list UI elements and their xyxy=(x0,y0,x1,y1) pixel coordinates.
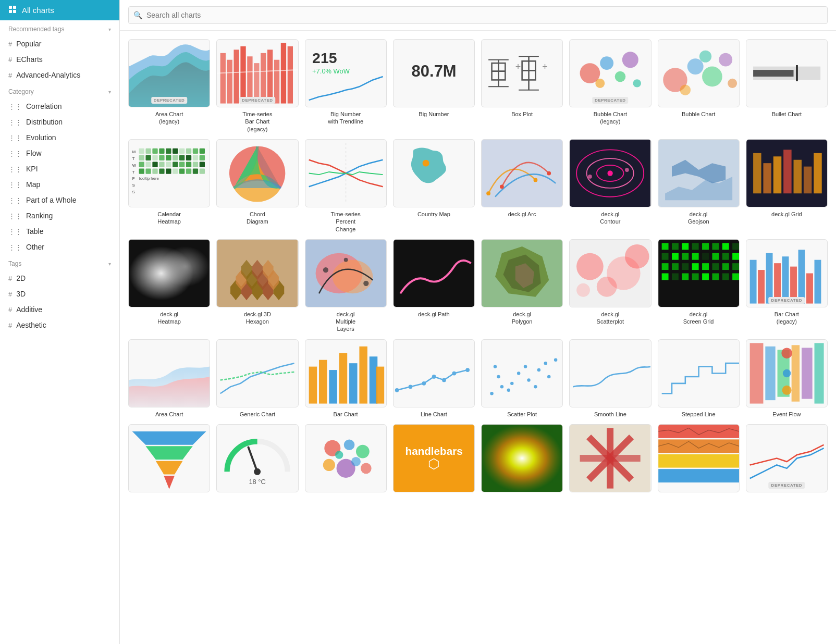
sidebar-item-evolution[interactable]: ⋮⋮ Evolution xyxy=(0,130,119,145)
svg-point-139 xyxy=(343,258,348,262)
sidebar-item-other[interactable]: ⋮⋮ Other xyxy=(0,239,119,255)
chevron-down-icon: ▾ xyxy=(108,27,111,32)
chart-card-generic[interactable]: Generic Chart xyxy=(216,339,298,418)
tags-header[interactable]: Tags ▾ xyxy=(0,255,119,270)
chart-card-horizon[interactable] xyxy=(658,424,740,496)
svg-rect-8 xyxy=(248,56,253,103)
chart-card-big-number[interactable]: 80.7M Big Number xyxy=(393,39,475,133)
chart-card-deckgl-grid[interactable]: deck.gl Grid xyxy=(746,139,828,233)
category-header[interactable]: Category ▾ xyxy=(0,83,119,98)
svg-rect-114 xyxy=(773,156,781,193)
svg-point-207 xyxy=(452,371,456,375)
svg-rect-184 xyxy=(732,273,739,280)
sidebar-item-ranking[interactable]: ⋮⋮ Ranking xyxy=(0,208,119,224)
sidebar-item-echarts[interactable]: # ECharts xyxy=(0,52,119,67)
all-charts-nav[interactable]: All charts xyxy=(0,0,119,20)
sidebar-item-table[interactable]: ⋮⋮ Table xyxy=(0,224,119,239)
svg-text:W: W xyxy=(132,163,137,168)
svg-rect-92 xyxy=(193,168,198,174)
chart-card-smooth-line[interactable]: Smooth Line xyxy=(569,339,651,418)
sidebar-item-2d[interactable]: # 2D xyxy=(0,270,119,286)
svg-text:T: T xyxy=(132,169,135,174)
chart-card-line[interactable]: Line Chart xyxy=(393,339,475,418)
chart-card-timeseries-percent[interactable]: Time-seriesPercentChange xyxy=(305,139,387,233)
sidebar-item-map[interactable]: ⋮⋮ Map xyxy=(0,177,119,192)
chart-card-chord[interactable]: ChordDiagram xyxy=(216,139,298,233)
svg-rect-195 xyxy=(319,360,327,403)
chart-card-heatmap[interactable] xyxy=(481,424,563,496)
search-input[interactable] xyxy=(128,6,828,24)
sidebar-item-flow[interactable]: ⋮⋮ Flow xyxy=(0,145,119,161)
svg-rect-113 xyxy=(763,163,771,193)
chart-card-deckgl-path[interactable]: deck.gl Path xyxy=(393,239,475,333)
svg-rect-81 xyxy=(186,162,191,167)
chart-card-deckgl-geojson[interactable]: deck.glGeojson xyxy=(658,139,740,233)
chart-label: Time-seriesBar Chart(legacy) xyxy=(242,110,272,133)
chart-card-last[interactable]: DEPRECATED xyxy=(746,424,828,496)
sidebar-item-additive[interactable]: # Additive xyxy=(0,302,119,317)
sidebar-item-aesthetic[interactable]: # Aesthetic xyxy=(0,317,119,333)
chart-card-scatter[interactable]: Scatter Plot xyxy=(481,339,563,418)
chart-card-deckgl-contour[interactable]: deck.glContour xyxy=(569,139,651,233)
chart-label: deck.glPolygon xyxy=(512,311,533,326)
chart-card-gauge[interactable]: 18 °C xyxy=(216,424,298,496)
svg-point-246 xyxy=(351,457,360,466)
svg-rect-89 xyxy=(173,168,178,174)
svg-point-39 xyxy=(702,67,722,87)
sidebar-item-popular[interactable]: # Popular xyxy=(0,36,119,52)
chart-card-word-cloud[interactable] xyxy=(305,424,387,496)
chart-card-handlebars[interactable]: handlebars ⬡ xyxy=(393,424,475,496)
svg-marker-234 xyxy=(156,461,183,475)
chart-card-bar[interactable]: Bar Chart xyxy=(305,339,387,418)
sidebar-item-correlation[interactable]: ⋮⋮ Correlation xyxy=(0,98,119,114)
chart-card-box-plot[interactable]: + + Box Plot xyxy=(481,39,563,133)
chart-card-bubble[interactable]: Bubble Chart xyxy=(658,39,740,133)
svg-point-107 xyxy=(608,170,613,176)
svg-rect-118 xyxy=(814,153,821,193)
chart-card-bubble-legacy[interactable]: DEPRECATED Bubble Chart(legacy) xyxy=(569,39,651,133)
chart-card-deckgl-scatterplot[interactable]: deck.glScatterplot xyxy=(569,239,651,333)
chart-card-deckgl-multiple[interactable]: deck.glMultipleLayers xyxy=(305,239,387,333)
chart-card-deckgl-polygon[interactable]: deck.glPolygon xyxy=(481,239,563,333)
sidebar-item-kpi[interactable]: ⋮⋮ KPI xyxy=(0,161,119,177)
sidebar-item-3d[interactable]: # 3D xyxy=(0,286,119,302)
svg-rect-112 xyxy=(753,153,761,193)
sidebar-item-distribution[interactable]: ⋮⋮ Distribution xyxy=(0,114,119,130)
svg-point-210 xyxy=(500,385,503,388)
chart-card-deckgl-heatmap[interactable]: deck.glHeatmap xyxy=(128,239,210,333)
chart-card-deckgl-arc[interactable]: deck.gl Arc xyxy=(481,139,563,233)
chart-card-deckgl-screen-grid[interactable]: deck.glScreen Grid xyxy=(658,239,740,333)
recommended-tags-header[interactable]: Recommended tags ▾ xyxy=(0,20,119,36)
svg-point-204 xyxy=(422,381,426,386)
chart-card-country-map[interactable]: Country Map xyxy=(393,139,475,233)
chart-card-bar-legacy[interactable]: DEPRECATED Bar Chart(legacy) xyxy=(746,239,828,333)
chart-card-timeseries-bar-legacy[interactable]: DEPRECATED Time-seriesBar Chart(legacy) xyxy=(216,39,298,133)
svg-rect-155 xyxy=(682,243,689,250)
chart-card-funnel[interactable] xyxy=(128,424,210,496)
sidebar-item-part-of-whole[interactable]: ⋮⋮ Part of a Whole xyxy=(0,192,119,208)
chart-card-bullet[interactable]: Bullet Chart xyxy=(746,39,828,133)
svg-point-38 xyxy=(687,58,703,75)
svg-rect-10 xyxy=(261,53,266,104)
svg-rect-182 xyxy=(712,273,719,280)
svg-rect-198 xyxy=(349,363,357,403)
chart-label: deck.gl Arc xyxy=(508,210,536,218)
chart-card-rose[interactable] xyxy=(569,424,651,496)
chart-card-big-number-trend[interactable]: 215 +7.0% WoW Big Numberwith Trendline xyxy=(305,39,387,133)
svg-rect-73 xyxy=(200,155,205,160)
chart-card-area-legacy[interactable]: DEPRECATED Area Chart(legacy) xyxy=(128,39,210,133)
svg-rect-66 xyxy=(152,155,157,160)
svg-marker-232 xyxy=(132,431,206,445)
chart-card-stepped-line[interactable]: Stepped Line xyxy=(658,339,740,418)
svg-rect-90 xyxy=(179,168,185,174)
svg-rect-83 xyxy=(200,162,205,167)
chart-card-area[interactable]: Area Chart xyxy=(128,339,210,418)
chart-card-deckgl-hexagon[interactable]: deck.gl 3DHexagon xyxy=(216,239,298,333)
svg-point-203 xyxy=(408,385,412,389)
svg-rect-170 xyxy=(672,263,679,270)
svg-point-245 xyxy=(335,451,342,459)
chart-card-event-flow[interactable]: Event Flow xyxy=(746,339,828,418)
chart-card-calendar-heatmap[interactable]: M T W T F S S xyxy=(128,139,210,233)
svg-point-229 xyxy=(781,348,792,358)
sidebar-item-advanced-analytics[interactable]: # Advanced-Analytics xyxy=(0,67,119,83)
